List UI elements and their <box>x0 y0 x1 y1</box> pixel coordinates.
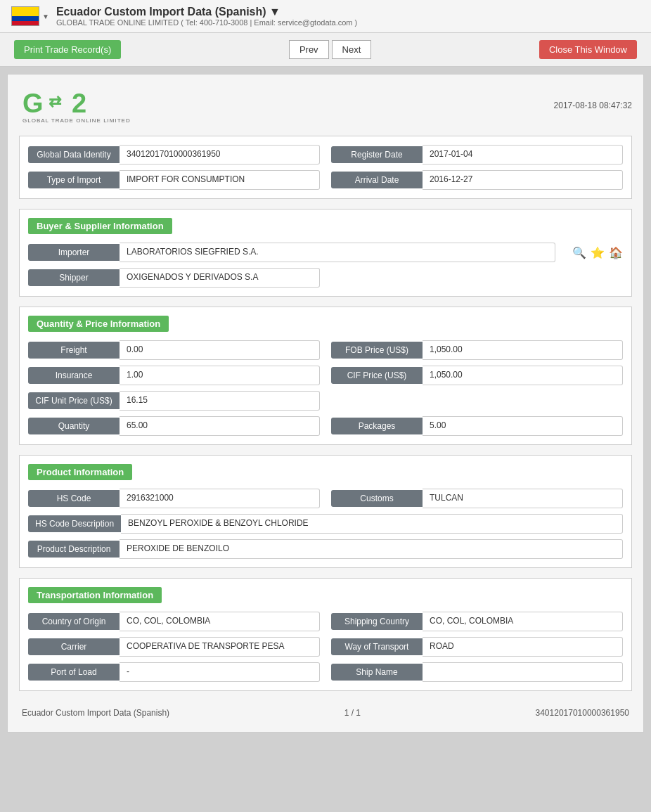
carrier-transport-row: Carrier COOPERATIVA DE TRANSPORTE PESA W… <box>28 637 623 657</box>
country-origin-label: Country of Origin <box>28 613 120 630</box>
carrier-label: Carrier <box>28 638 120 655</box>
customs-value: TULCAN <box>423 489 623 508</box>
insurance-cif-row: Insurance 1.00 CIF Price (US$) 1,050.00 <box>28 366 623 385</box>
product-desc-value: PEROXIDE DE BENZOILO <box>120 539 623 559</box>
packages-field: Packages 5.00 <box>331 416 623 436</box>
flag-dropdown-arrow[interactable]: ▼ <box>42 13 49 20</box>
product-section: Product Information HS Code 2916321000 C… <box>19 455 632 568</box>
cif-unit-label: CIF Unit Price (US$) <box>28 392 120 409</box>
identity-row-1: Global Data Identity 3401201701000036195… <box>28 145 623 165</box>
quantity-price-fields: Freight 0.00 FOB Price (US$) 1,050.00 In… <box>28 340 623 436</box>
main-content: G ⇄ 2 GLOBAL TRADE ONLINE LIMITED 2017-0… <box>7 74 644 733</box>
svg-text:2: 2 <box>72 89 86 118</box>
title-block: Ecuador Custom Import Data (Spanish) ▼ G… <box>56 6 640 27</box>
quantity-field: Quantity 65.00 <box>28 416 320 436</box>
identity-row-2: Type of Import IMPORT FOR CONSUMPTION Ar… <box>28 170 623 190</box>
hs-desc-field: HS Code Description BENZOYL PEROXIDE & B… <box>28 514 623 534</box>
customs-label: Customs <box>331 490 423 507</box>
insurance-value: 1.00 <box>120 366 320 385</box>
prev-button[interactable]: Prev <box>289 40 329 59</box>
search-icon[interactable]: 🔍 <box>572 246 586 259</box>
global-data-identity-label: Global Data Identity <box>28 146 120 163</box>
type-import-value: IMPORT FOR CONSUMPTION <box>120 170 320 190</box>
importer-row: Importer LABORATORIOS SIEGFRIED S.A. 🔍 ⭐… <box>28 243 623 262</box>
cif-unit-row: CIF Unit Price (US$) 16.15 <box>28 391 623 411</box>
insurance-field: Insurance 1.00 <box>28 366 320 385</box>
arrival-date-label: Arrival Date <box>331 172 423 188</box>
page-title: Ecuador Custom Import Data (Spanish) ▼ <box>56 6 640 18</box>
quantity-value: 65.00 <box>120 416 320 436</box>
importer-field: Importer LABORATORIOS SIEGFRIED S.A. <box>28 243 555 262</box>
company-logo: G ⇄ 2 GLOBAL TRADE ONLINE LIMITED <box>19 86 131 124</box>
fob-price-value: 1,050.00 <box>423 340 623 360</box>
register-date-field: Register Date 2017-01-04 <box>331 145 623 165</box>
way-transport-field: Way of Transport ROAD <box>331 637 623 657</box>
shipper-row: Shipper OXIGENADOS Y DERIVADOS S.A <box>28 268 623 288</box>
carrier-value: COOPERATIVA DE TRANSPORTE PESA <box>120 637 320 657</box>
close-window-button[interactable]: Close This Window <box>539 40 637 59</box>
cif-price-value: 1,050.00 <box>423 366 623 385</box>
product-desc-row: Product Description PEROXIDE DE BENZOILO <box>28 539 623 559</box>
nav-buttons: Prev Next <box>289 40 371 59</box>
identity-section: Global Data Identity 3401201701000036195… <box>19 136 632 199</box>
cif-price-field: CIF Price (US$) 1,050.00 <box>331 366 623 385</box>
transportation-title: Transportation Information <box>28 587 162 603</box>
hs-code-value: 2916321000 <box>120 489 320 508</box>
hs-desc-label: HS Code Description <box>28 515 121 532</box>
svg-text:GLOBAL TRADE ONLINE LIMITED: GLOBAL TRADE ONLINE LIMITED <box>22 117 131 124</box>
register-date-value: 2017-01-04 <box>423 145 623 165</box>
register-date-label: Register Date <box>331 146 423 163</box>
buyer-supplier-title: Buyer & Supplier Information <box>28 218 172 234</box>
hs-customs-row: HS Code 2916321000 Customs TULCAN <box>28 489 623 508</box>
importer-label: Importer <box>28 244 120 261</box>
quantity-price-title: Quantity & Price Information <box>28 316 169 332</box>
company-subtitle: GLOBAL TRADE ONLINE LIMITED ( Tel: 400-7… <box>56 18 640 27</box>
importer-value: LABORATORIOS SIEGFRIED S.A. <box>120 243 555 262</box>
logo-area: G ⇄ 2 GLOBAL TRADE ONLINE LIMITED <box>19 86 131 124</box>
shipping-country-field: Shipping Country CO, COL, COLOMBIA <box>331 612 623 631</box>
toolbar: Print Trade Record(s) Prev Next Close Th… <box>0 33 651 67</box>
port-load-field: Port of Load - <box>28 662 320 682</box>
arrival-date-value: 2016-12-27 <box>423 170 623 190</box>
transportation-fields: Country of Origin CO, COL, COLOMBIA Ship… <box>28 612 623 682</box>
transportation-section: Transportation Information Country of Or… <box>19 578 632 691</box>
print-button[interactable]: Print Trade Record(s) <box>14 40 121 59</box>
importer-icons: 🔍 ⭐ 🏠 <box>567 246 623 259</box>
cif-price-label: CIF Price (US$) <box>331 367 423 384</box>
country-origin-value: CO, COL, COLOMBIA <box>120 612 320 631</box>
quantity-packages-row: Quantity 65.00 Packages 5.00 <box>28 416 623 436</box>
next-button[interactable]: Next <box>332 40 372 59</box>
product-desc-field: Product Description PEROXIDE DE BENZOILO <box>28 539 623 559</box>
page-title-text: Ecuador Custom Import Data (Spanish) <box>56 6 266 18</box>
title-arrow[interactable]: ▼ <box>269 6 281 18</box>
product-fields: HS Code 2916321000 Customs TULCAN HS Cod… <box>28 489 623 559</box>
ecuador-flag <box>11 6 39 26</box>
shipping-country-label: Shipping Country <box>331 613 423 630</box>
identity-fields: Global Data Identity 3401201701000036195… <box>28 145 623 190</box>
quantity-price-section: Quantity & Price Information Freight 0.0… <box>19 307 632 445</box>
star-icon[interactable]: ⭐ <box>591 246 605 259</box>
product-desc-label: Product Description <box>28 541 120 558</box>
freight-fob-row: Freight 0.00 FOB Price (US$) 1,050.00 <box>28 340 623 360</box>
packages-value: 5.00 <box>423 416 623 436</box>
svg-text:G: G <box>22 89 44 118</box>
ship-name-value <box>423 662 623 682</box>
hs-code-field: HS Code 2916321000 <box>28 489 320 508</box>
type-import-label: Type of Import <box>28 172 120 188</box>
origin-shipping-row: Country of Origin CO, COL, COLOMBIA Ship… <box>28 612 623 631</box>
home-icon[interactable]: 🏠 <box>609 246 623 259</box>
hs-code-label: HS Code <box>28 490 120 507</box>
ship-name-field: Ship Name <box>331 662 623 682</box>
freight-label: Freight <box>28 342 120 359</box>
shipper-label: Shipper <box>28 269 120 286</box>
carrier-field: Carrier COOPERATIVA DE TRANSPORTE PESA <box>28 637 320 657</box>
way-transport-value: ROAD <box>423 637 623 657</box>
record-timestamp: 2017-08-18 08:47:32 <box>554 101 632 110</box>
freight-field: Freight 0.00 <box>28 340 320 360</box>
hs-desc-row: HS Code Description BENZOYL PEROXIDE & B… <box>28 514 623 534</box>
freight-value: 0.00 <box>120 340 320 360</box>
ship-name-label: Ship Name <box>331 664 423 681</box>
global-data-identity-value: 34012017010000361950 <box>120 145 320 165</box>
shipping-country-value: CO, COL, COLOMBIA <box>423 612 623 631</box>
fob-price-field: FOB Price (US$) 1,050.00 <box>331 340 623 360</box>
